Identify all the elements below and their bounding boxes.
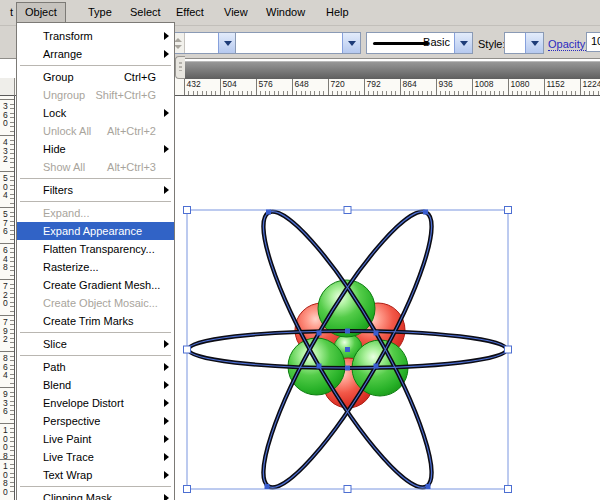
chevron-down-icon[interactable] bbox=[454, 33, 472, 53]
ruler-minor-tick bbox=[10, 473, 14, 474]
ruler-minor-tick bbox=[10, 189, 14, 190]
ruler-minor-tick bbox=[517, 91, 518, 95]
submenu-arrow-icon bbox=[164, 494, 169, 500]
opacity-link[interactable]: Opacity: bbox=[548, 38, 588, 51]
ruler-major-tick bbox=[0, 387, 14, 388]
menu-item-transform[interactable]: Transform bbox=[17, 27, 174, 45]
ruler-label: 720 bbox=[3, 282, 10, 308]
ruler-minor-tick bbox=[589, 91, 590, 95]
ruler-minor-tick bbox=[10, 108, 14, 109]
menu-item-rasterize[interactable]: Rasterize... bbox=[17, 258, 174, 276]
ruler-minor-tick bbox=[485, 91, 486, 95]
menu-item-blend[interactable]: Blend bbox=[17, 376, 174, 394]
menubar-item-window[interactable]: Window bbox=[258, 2, 313, 22]
ruler-minor-tick bbox=[10, 383, 14, 384]
menu-item-hide[interactable]: Hide bbox=[17, 140, 174, 158]
anchor-points[interactable] bbox=[265, 210, 431, 490]
brush-combo[interactable] bbox=[235, 32, 361, 54]
ruler-minor-tick bbox=[10, 441, 14, 442]
graphic-style-combo[interactable] bbox=[504, 32, 544, 54]
ruler-minor-tick bbox=[10, 464, 14, 465]
menubar-item-effect[interactable]: Effect bbox=[168, 2, 212, 22]
menu-shortcut: Shift+Ctrl+G bbox=[95, 86, 156, 104]
ruler-major-tick bbox=[472, 78, 473, 95]
menu-item-arrange[interactable]: Arrange bbox=[17, 45, 174, 63]
document-titlebar[interactable] bbox=[184, 61, 600, 79]
ruler-minor-tick bbox=[10, 212, 14, 213]
ruler-minor-tick bbox=[10, 297, 14, 298]
ruler-minor-tick bbox=[224, 91, 225, 95]
menu-item-filters[interactable]: Filters bbox=[17, 181, 174, 199]
ruler-major-tick bbox=[0, 171, 14, 172]
stroke-style-field[interactable]: Basic bbox=[367, 33, 454, 53]
chevron-down-icon[interactable] bbox=[218, 33, 236, 53]
ruler-minor-tick bbox=[422, 91, 423, 95]
menubar-item-help[interactable]: Help bbox=[318, 2, 357, 22]
menu-item-perspective[interactable]: Perspective bbox=[17, 412, 174, 430]
menu-item-expand-appearance[interactable]: Expand Appearance bbox=[17, 222, 174, 240]
ruler-minor-tick bbox=[454, 91, 455, 95]
menubar-item-select[interactable]: Select bbox=[122, 2, 169, 22]
opacity-input[interactable]: 100 bbox=[586, 32, 600, 52]
ruler-minor-tick bbox=[10, 185, 14, 186]
menu-item-lock[interactable]: Lock bbox=[17, 104, 174, 122]
menu-item-envelope-distort[interactable]: Envelope Distort bbox=[17, 394, 174, 412]
menu-item-show-all[interactable]: Show AllAlt+Ctrl+3 bbox=[17, 158, 174, 176]
ruler-minor-tick bbox=[10, 414, 14, 415]
menu-item-flatten-transparency[interactable]: Flatten Transparency... bbox=[17, 240, 174, 258]
ruler-minor-tick bbox=[427, 91, 428, 95]
stroke-weight-combo[interactable] bbox=[170, 32, 237, 54]
ruler-minor-tick bbox=[233, 91, 234, 95]
panel-endcap-button[interactable] bbox=[175, 56, 185, 79]
menu-item-create-gradient-mesh[interactable]: Create Gradient Mesh... bbox=[17, 276, 174, 294]
menubar-item-type[interactable]: Type bbox=[80, 2, 120, 22]
menubar-item-object[interactable]: Object bbox=[16, 2, 66, 24]
menu-item-create-trim-marks[interactable]: Create Trim Marks bbox=[17, 312, 174, 330]
ruler-minor-tick bbox=[10, 455, 14, 456]
ruler-minor-tick bbox=[10, 302, 14, 303]
ruler-minor-tick bbox=[10, 284, 14, 285]
menu-item-ungroup[interactable]: UngroupShift+Ctrl+G bbox=[17, 86, 174, 104]
brush-field[interactable] bbox=[236, 33, 342, 53]
ruler-label: 432 bbox=[3, 138, 10, 164]
menu-item-unlock-all[interactable]: Unlock AllAlt+Ctrl+2 bbox=[17, 122, 174, 140]
menubar-item-view[interactable]: View bbox=[216, 2, 256, 22]
menu-item-clipping-mask[interactable]: Clipping Mask bbox=[17, 489, 174, 500]
ruler-minor-tick bbox=[535, 91, 536, 95]
ruler-minor-tick bbox=[395, 91, 396, 95]
submenu-arrow-icon bbox=[164, 109, 169, 117]
stroke-weight-field[interactable] bbox=[185, 33, 218, 53]
ruler-major-tick bbox=[364, 78, 365, 95]
ruler-minor-tick bbox=[188, 91, 189, 95]
menu-item-expand[interactable]: Expand... bbox=[17, 204, 174, 222]
ruler-minor-tick bbox=[10, 477, 14, 478]
menu-item-live-paint[interactable]: Live Paint bbox=[17, 430, 174, 448]
chevron-down-icon[interactable] bbox=[525, 33, 543, 53]
submenu-arrow-icon bbox=[164, 363, 169, 371]
stroke-style-combo[interactable]: Basic bbox=[366, 32, 473, 54]
ruler-minor-tick bbox=[10, 342, 14, 343]
ruler-minor-tick bbox=[409, 91, 410, 95]
menu-item-create-object-mosaic[interactable]: Create Object Mosaic... bbox=[17, 294, 174, 312]
ruler-minor-tick bbox=[382, 91, 383, 95]
ruler-minor-tick bbox=[584, 91, 585, 95]
menu-item-group[interactable]: GroupCtrl+G bbox=[17, 68, 174, 86]
ruler-minor-tick bbox=[386, 91, 387, 95]
menu-item-live-trace[interactable]: Live Trace bbox=[17, 448, 174, 466]
ruler-minor-tick bbox=[283, 91, 284, 95]
graphic-style-field[interactable] bbox=[505, 33, 525, 53]
submenu-arrow-icon bbox=[164, 381, 169, 389]
menu-separator bbox=[20, 65, 171, 66]
menu-item-text-wrap[interactable]: Text Wrap bbox=[17, 466, 174, 484]
menu-item-slice[interactable]: Slice bbox=[17, 335, 174, 353]
submenu-arrow-icon bbox=[164, 399, 169, 407]
ruler-minor-tick bbox=[548, 91, 549, 95]
ruler-major-tick bbox=[256, 78, 257, 95]
ruler-minor-tick bbox=[10, 122, 14, 123]
ruler-minor-tick bbox=[242, 91, 243, 95]
ruler-minor-tick bbox=[206, 91, 207, 95]
ruler-label: 648 bbox=[295, 79, 309, 89]
chevron-down-icon[interactable] bbox=[342, 33, 360, 53]
ruler-minor-tick bbox=[10, 378, 14, 379]
menu-item-path[interactable]: Path bbox=[17, 358, 174, 376]
